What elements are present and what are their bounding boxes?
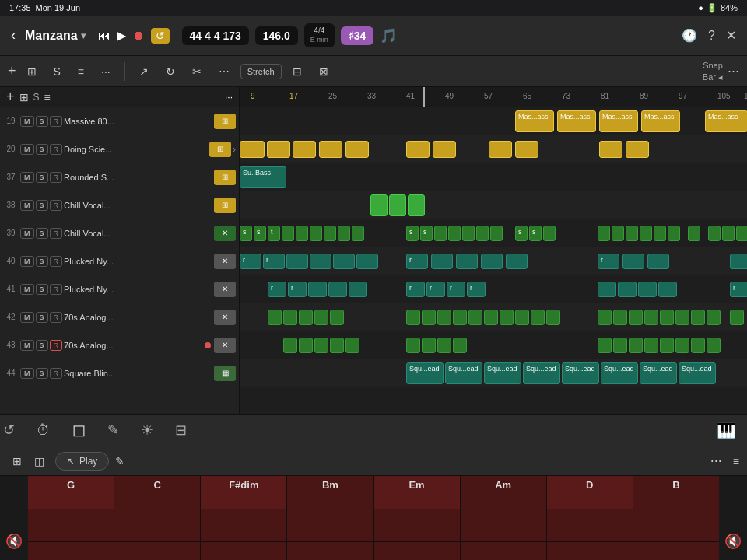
piano-key-2-1[interactable]: [28, 509, 114, 542]
clip-39-12[interactable]: [434, 226, 447, 241]
add-track-button[interactable]: +: [8, 63, 16, 79]
track-icon-41[interactable]: ✕: [214, 282, 236, 297]
clip-40-7[interactable]: r: [406, 254, 428, 269]
list-button[interactable]: ≡: [72, 63, 90, 80]
split-view-button[interactable]: ◫: [30, 453, 49, 470]
mute-button-19[interactable]: M: [20, 116, 34, 127]
clip-39-20[interactable]: [598, 226, 610, 241]
piano-key-2-4[interactable]: [287, 509, 374, 542]
solo-button-42[interactable]: S: [36, 312, 48, 323]
clip-42-12[interactable]: [500, 310, 514, 325]
play-button[interactable]: ▶: [117, 28, 126, 43]
clip-41-4[interactable]: [328, 282, 347, 297]
clip-39-26[interactable]: [708, 226, 721, 241]
clock-view-button[interactable]: ⏱: [33, 419, 54, 442]
clip-39-23[interactable]: [640, 226, 652, 241]
clip-39-14[interactable]: [462, 226, 475, 241]
solo-button-43[interactable]: S: [36, 340, 48, 351]
clip-39-21[interactable]: [612, 226, 624, 241]
record-button-40[interactable]: R: [50, 256, 63, 267]
keyboard-button[interactable]: 🎹: [714, 418, 739, 443]
record-button-19[interactable]: R: [50, 116, 63, 127]
piano-key-2-7[interactable]: [547, 509, 633, 542]
grid-view-button[interactable]: ⊞: [8, 453, 26, 470]
clip-44-8[interactable]: Squ...ead: [679, 362, 716, 384]
clip-39-19[interactable]: [543, 226, 556, 241]
clip-40-11[interactable]: [506, 254, 528, 269]
clip-40-1[interactable]: r: [240, 254, 261, 269]
track-icon-20[interactable]: ⊞: [209, 142, 231, 157]
clip-41-3[interactable]: [308, 282, 327, 297]
clip-41-2[interactable]: r: [288, 282, 307, 297]
paste-button[interactable]: ⊠: [313, 63, 335, 80]
clip-42-19[interactable]: [644, 310, 658, 325]
clip-43-10[interactable]: [598, 338, 612, 353]
project-name[interactable]: Manzana ▾: [25, 29, 86, 43]
clock-icon-button[interactable]: 🕐: [679, 25, 700, 46]
record-button-44[interactable]: R: [50, 368, 63, 379]
record-button-20[interactable]: R: [50, 144, 63, 155]
clip-44-5[interactable]: Squ...ead: [562, 362, 599, 384]
clip-20-2[interactable]: [267, 141, 290, 158]
loop-view-button[interactable]: ↺: [0, 418, 18, 442]
clip-42-17[interactable]: [613, 310, 627, 325]
clip-19-4[interactable]: Mas...ass: [641, 110, 680, 132]
clip-20-9[interactable]: [515, 141, 538, 158]
clip-39-15[interactable]: [476, 226, 489, 241]
clip-38-3[interactable]: [408, 194, 425, 216]
record-button-43[interactable]: R: [50, 340, 63, 351]
clip-42-2[interactable]: [283, 310, 297, 325]
solo-button-19[interactable]: S: [36, 116, 48, 127]
clip-42-20[interactable]: [660, 310, 674, 325]
track-icon-19[interactable]: ⊞: [214, 114, 236, 129]
track-icon-37[interactable]: ⊞: [214, 170, 236, 185]
tempo-display[interactable]: 146.0: [255, 26, 298, 45]
track-icon-42[interactable]: ✕: [214, 310, 236, 325]
clip-41-9[interactable]: r: [467, 282, 486, 297]
solo-button-44[interactable]: S: [36, 368, 48, 379]
clip-39-22[interactable]: [626, 226, 638, 241]
more-tracks-button[interactable]: ···: [95, 63, 117, 80]
copy-regions-button[interactable]: ⊟: [286, 63, 308, 80]
mute-button-40[interactable]: M: [20, 256, 34, 267]
clip-39-16[interactable]: [490, 226, 503, 241]
clip-42-13[interactable]: [515, 310, 529, 325]
clip-42-3[interactable]: [299, 310, 313, 325]
clip-42-8[interactable]: [437, 310, 451, 325]
clip-42-18[interactable]: [629, 310, 643, 325]
piano-key-2-6[interactable]: [461, 509, 547, 542]
clip-41-10[interactable]: [598, 282, 616, 297]
piano-more-button[interactable]: ···: [710, 453, 722, 469]
loop-region-button[interactable]: ↻: [160, 63, 181, 80]
rewind-button[interactable]: ⏮: [98, 29, 110, 43]
piano-key-3-4[interactable]: [287, 542, 374, 561]
expand-button-20[interactable]: ›: [233, 144, 236, 155]
clip-43-17[interactable]: [707, 338, 721, 353]
clip-39-10[interactable]: s: [406, 226, 419, 241]
clip-41-12[interactable]: [638, 282, 657, 297]
track-icon-40[interactable]: ✕: [214, 254, 236, 269]
clip-41-8[interactable]: r: [447, 282, 465, 297]
clip-19-3[interactable]: Mas...ass: [599, 110, 638, 132]
solo-button-41[interactable]: S: [36, 284, 48, 295]
solo-button-39[interactable]: S: [36, 228, 48, 239]
piano-key-2-2[interactable]: [114, 509, 201, 542]
chord-key-Am[interactable]: Am: [461, 476, 547, 509]
clip-41-5[interactable]: [349, 282, 367, 297]
clip-40-6[interactable]: [356, 254, 378, 269]
help-icon-button[interactable]: ?: [705, 26, 718, 46]
clip-42-24[interactable]: [730, 310, 744, 325]
clip-19-2[interactable]: Mas...ass: [557, 110, 596, 132]
duplicate-track-button[interactable]: ⊞: [19, 91, 29, 103]
solo-button-20[interactable]: S: [36, 144, 48, 155]
play-mode-button[interactable]: ↖ Play: [55, 452, 109, 471]
glue-button[interactable]: ⋯: [212, 63, 236, 80]
clip-42-5[interactable]: [330, 310, 344, 325]
clip-43-16[interactable]: [691, 338, 705, 353]
brightness-button[interactable]: ☀: [138, 418, 156, 442]
clip-43-2[interactable]: [299, 338, 313, 353]
clip-20-8[interactable]: [489, 141, 512, 158]
clip-41-11[interactable]: [618, 282, 637, 297]
clip-39-31[interactable]: [688, 226, 700, 241]
chord-key-Bm[interactable]: Bm: [287, 476, 374, 509]
